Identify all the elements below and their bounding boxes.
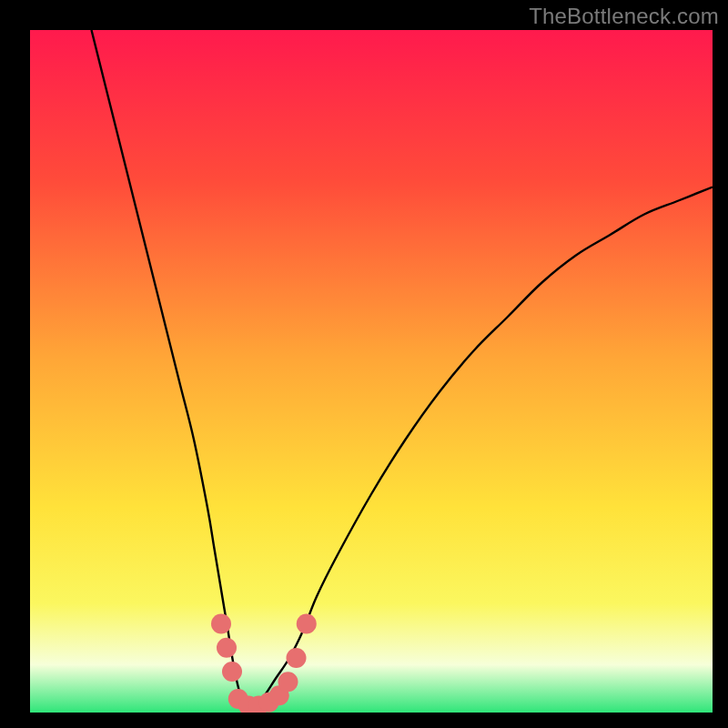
plot-area xyxy=(30,30,713,713)
marker-dot xyxy=(297,614,317,634)
marker-dot xyxy=(287,648,307,668)
marker-dot xyxy=(217,638,237,658)
watermark-text: TheBottleneck.com xyxy=(529,4,719,29)
marker-dot xyxy=(211,614,231,634)
marker-dot xyxy=(278,672,298,692)
marker-dot xyxy=(222,662,242,682)
chart-frame: TheBottleneck.com xyxy=(0,0,728,728)
chart-svg xyxy=(30,30,713,713)
gradient-background xyxy=(30,30,713,713)
